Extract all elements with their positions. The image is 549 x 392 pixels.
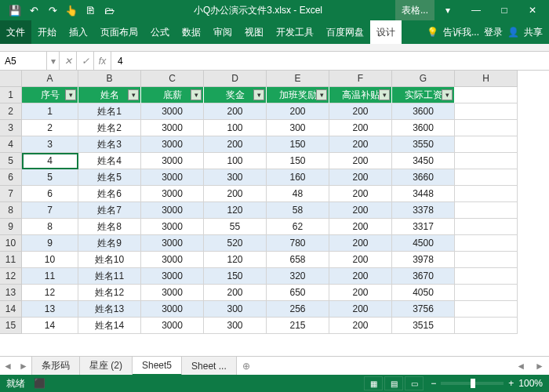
- cell-r7-c0[interactable]: 7: [22, 202, 78, 219]
- cancel-formula-icon[interactable]: ✕: [60, 52, 77, 71]
- cell-r10-c4[interactable]: 658: [267, 252, 329, 268]
- cell-r11-c3[interactable]: 150: [204, 268, 267, 285]
- formula-input[interactable]: 4: [111, 56, 549, 67]
- cell-r1-c6[interactable]: 3600: [392, 103, 455, 120]
- row-header-7[interactable]: 7: [0, 186, 22, 202]
- table-header-0[interactable]: 序号▾: [22, 87, 78, 103]
- cell-r6-c0[interactable]: 6: [22, 186, 78, 202]
- context-tab-table[interactable]: 表格...: [395, 0, 434, 22]
- cell-empty[interactable]: [455, 186, 518, 202]
- tab-design[interactable]: 设计: [370, 20, 402, 44]
- cell-r1-c2[interactable]: 3000: [141, 103, 204, 120]
- new-icon[interactable]: 🖹: [83, 3, 97, 17]
- cell-r14-c5[interactable]: 200: [329, 318, 392, 334]
- cell-r3-c0[interactable]: 3: [22, 136, 78, 153]
- cell-r1-c1[interactable]: 姓名1: [78, 103, 141, 120]
- cell-r5-c6[interactable]: 3660: [392, 169, 455, 186]
- filter-icon[interactable]: ▾: [253, 89, 264, 100]
- cell-empty[interactable]: [455, 219, 518, 235]
- add-sheet-icon[interactable]: ⊕: [237, 361, 256, 372]
- ribbon-options-icon[interactable]: ▾: [434, 2, 461, 19]
- cell-r4-c0[interactable]: 4: [22, 153, 78, 169]
- cell-r12-c0[interactable]: 12: [22, 285, 78, 301]
- row-header-2[interactable]: 2: [0, 103, 22, 120]
- cell-r13-c3[interactable]: 300: [204, 301, 267, 318]
- maximize-icon[interactable]: □: [491, 2, 518, 19]
- cell-empty[interactable]: [455, 301, 518, 318]
- filter-icon[interactable]: ▾: [65, 89, 76, 100]
- cell-r14-c3[interactable]: 300: [204, 318, 267, 334]
- cell-r13-c0[interactable]: 13: [22, 301, 78, 318]
- row-header-5[interactable]: 5: [0, 153, 22, 169]
- cell-r13-c5[interactable]: 200: [329, 301, 392, 318]
- row-header-15[interactable]: 15: [0, 318, 22, 334]
- cell-r7-c2[interactable]: 3000: [141, 202, 204, 219]
- touch-icon[interactable]: 👆: [64, 3, 78, 17]
- table-header-4[interactable]: 加班奖励▾: [267, 87, 329, 103]
- cell-r2-c5[interactable]: 200: [329, 120, 392, 136]
- cell-r3-c6[interactable]: 3550: [392, 136, 455, 153]
- cell-r2-c1[interactable]: 姓名2: [78, 120, 141, 136]
- table-header-3[interactable]: 奖金▾: [204, 87, 267, 103]
- sheet-tab-2[interactable]: Sheet5: [133, 357, 182, 376]
- cell-r4-c1[interactable]: 姓名4: [78, 153, 141, 169]
- table-header-5[interactable]: 高温补贴▾: [329, 87, 392, 103]
- cell-r11-c0[interactable]: 11: [22, 268, 78, 285]
- cell-r10-c2[interactable]: 3000: [141, 252, 204, 268]
- row-header-6[interactable]: 6: [0, 169, 22, 186]
- cell-r5-c2[interactable]: 3000: [141, 169, 204, 186]
- cell-r5-c5[interactable]: 200: [329, 169, 392, 186]
- cell-r13-c4[interactable]: 256: [267, 301, 329, 318]
- row-header-4[interactable]: 4: [0, 136, 22, 153]
- row-header-11[interactable]: 11: [0, 252, 22, 268]
- col-header-E[interactable]: E: [267, 71, 329, 87]
- cell-r9-c1[interactable]: 姓名9: [78, 235, 141, 252]
- cell-empty[interactable]: [455, 87, 518, 103]
- zoom-level[interactable]: 100%: [518, 378, 543, 389]
- redo-icon[interactable]: ↷: [45, 3, 60, 17]
- save-icon[interactable]: 💾: [8, 3, 22, 17]
- cell-r4-c6[interactable]: 3450: [392, 153, 455, 169]
- cell-r14-c4[interactable]: 215: [267, 318, 329, 334]
- cell-r13-c2[interactable]: 3000: [141, 301, 204, 318]
- tab-6[interactable]: 视图: [238, 20, 270, 44]
- scroll-left-icon[interactable]: ◄: [511, 361, 530, 372]
- cell-r9-c2[interactable]: 3000: [141, 235, 204, 252]
- cell-r8-c3[interactable]: 55: [204, 219, 267, 235]
- cell-r10-c1[interactable]: 姓名10: [78, 252, 141, 268]
- table-header-2[interactable]: 底薪▾: [141, 87, 204, 103]
- filter-icon[interactable]: ▾: [191, 89, 202, 100]
- cell-empty[interactable]: [455, 120, 518, 136]
- tell-me[interactable]: 告诉我...: [443, 26, 479, 39]
- cell-r5-c0[interactable]: 5: [22, 169, 78, 186]
- filter-icon[interactable]: ▾: [128, 89, 139, 100]
- cell-r4-c4[interactable]: 150: [267, 153, 329, 169]
- cell-r8-c6[interactable]: 3317: [392, 219, 455, 235]
- cell-r9-c4[interactable]: 780: [267, 235, 329, 252]
- cell-empty[interactable]: [455, 285, 518, 301]
- row-header-10[interactable]: 10: [0, 235, 22, 252]
- col-header-F[interactable]: F: [329, 71, 392, 87]
- cell-r14-c0[interactable]: 14: [22, 318, 78, 334]
- cell-r6-c3[interactable]: 200: [204, 186, 267, 202]
- cell-empty[interactable]: [455, 136, 518, 153]
- name-box-dropdown-icon[interactable]: ▾: [47, 52, 60, 71]
- cell-r5-c4[interactable]: 160: [267, 169, 329, 186]
- cell-empty[interactable]: [455, 268, 518, 285]
- cell-r6-c4[interactable]: 48: [267, 186, 329, 202]
- cell-r12-c5[interactable]: 200: [329, 285, 392, 301]
- cell-r12-c4[interactable]: 650: [267, 285, 329, 301]
- tab-7[interactable]: 开发工具: [270, 20, 320, 44]
- cell-r1-c4[interactable]: 200: [267, 103, 329, 120]
- table-header-6[interactable]: 实际工资▾: [392, 87, 455, 103]
- tab-5[interactable]: 审阅: [207, 20, 238, 44]
- cell-r2-c2[interactable]: 3000: [141, 120, 204, 136]
- cell-r11-c5[interactable]: 200: [329, 268, 392, 285]
- tab-0[interactable]: 开始: [31, 20, 63, 44]
- cell-r3-c3[interactable]: 200: [204, 136, 267, 153]
- cell-r4-c2[interactable]: 3000: [141, 153, 204, 169]
- tab-4[interactable]: 数据: [176, 20, 207, 44]
- cell-r2-c6[interactable]: 3600: [392, 120, 455, 136]
- sheet-tab-1[interactable]: 星座 (2): [80, 357, 133, 376]
- share-button[interactable]: 共享: [524, 26, 543, 39]
